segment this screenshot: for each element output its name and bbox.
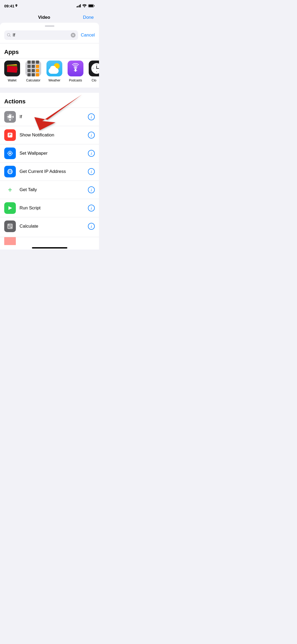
run-script-icon-svg [6,204,14,212]
location-icon [15,4,18,7]
partial-action-icon [4,237,16,245]
set-wallpaper-info-button[interactable]: i [88,150,95,157]
get-ip-info-button[interactable]: i [88,168,95,175]
show-notification-label: Show Notification [20,132,84,138]
cancel-button[interactable]: Cancel [81,33,95,38]
svg-marker-27 [8,206,12,210]
action-row-get-ip[interactable]: Get Current IP Address i [0,163,99,181]
status-time: 09:41 [4,4,18,8]
run-script-action-icon [4,202,16,214]
action-row-set-wallpaper[interactable]: Set Wallpaper i [0,144,99,163]
wallet-label: Wallet [8,79,17,82]
action-row-if[interactable]: If i [0,108,99,126]
calculate-info-button[interactable]: i [88,223,95,230]
app-item-wallet[interactable]: Wallet [4,61,20,82]
app-item-clock[interactable]: 12 6 9 3 Clo [89,61,99,82]
svg-rect-37 [11,227,12,228]
weather-label: Weather [48,79,60,82]
set-wallpaper-label: Set Wallpaper [20,151,84,156]
search-clear-button[interactable] [71,33,76,38]
action-row-calculate[interactable]: Calculate i [0,217,99,235]
top-bar: Video Done [0,12,99,23]
podcasts-label: Podcasts [69,79,82,82]
sheet-handle [0,23,99,28]
tally-action-icon: + [4,184,16,196]
weather-icon [46,61,62,76]
podcasts-svg [70,63,81,74]
svg-text:6: 6 [96,71,97,72]
apps-section-header: Apps [0,43,99,58]
status-icons [77,4,95,7]
clock-label: Clo [92,79,96,82]
if-info-button[interactable]: i [88,113,95,120]
globe-icon-svg [6,168,14,175]
time-text: 09:41 [4,4,14,8]
svg-rect-32 [11,224,12,226]
clock-icon: 12 6 9 3 [89,61,99,76]
signal-bars [77,4,81,7]
notification-action-icon [4,129,16,141]
svg-rect-6 [75,68,76,72]
app-item-calculator[interactable]: Calculator [25,61,41,82]
svg-text:9: 9 [93,67,94,69]
action-row-run-script[interactable]: Run Script i [0,199,99,217]
svg-rect-36 [9,228,10,228]
if-action-label: If [20,114,84,119]
run-script-info-button[interactable]: i [88,205,95,211]
show-notification-info-button[interactable]: i [88,132,95,139]
get-tally-label: Get Tally [20,187,84,192]
svg-rect-35 [8,228,9,228]
action-row-show-notification[interactable]: Show Notification i [0,126,99,144]
if-action-icon [4,111,16,123]
get-ip-label: Get Current IP Address [20,169,84,174]
arrow-container: If i [0,108,99,126]
svg-rect-1 [89,5,93,7]
app-item-podcasts[interactable]: Podcasts [68,61,83,82]
wifi-icon [82,4,87,7]
svg-rect-19 [9,135,10,136]
action-row-partial [0,237,99,245]
tally-plus-icon: + [8,186,12,194]
svg-point-5 [75,67,76,68]
run-script-label: Run Script [20,205,84,211]
wallet-icon [4,61,20,76]
done-button[interactable]: Done [83,15,94,20]
svg-point-15 [9,116,11,118]
search-input-wrap [4,30,78,40]
actions-section: Actions If i [0,93,99,245]
sheet-handle-bar [45,25,54,27]
svg-rect-31 [8,224,10,226]
calculator-icon [25,61,41,76]
clear-icon [72,34,74,36]
wallpaper-icon-svg [6,150,14,157]
home-indicator [0,245,99,250]
app-item-weather[interactable]: Weather [46,61,62,82]
apps-section: Apps Wallet [0,43,99,88]
gear-icon-overlay [7,113,13,120]
calculator-label: Calculator [26,79,40,82]
svg-rect-33 [8,227,9,227]
svg-text:12: 12 [96,64,97,66]
search-bar-container: Cancel [0,28,99,43]
top-bar-title: Video [38,15,50,20]
search-icon [7,33,11,37]
calculate-icon-svg [6,223,14,230]
search-input[interactable] [13,33,69,38]
battery-icon [88,4,95,7]
svg-rect-34 [9,227,10,227]
section-gap [0,88,99,93]
calculate-action-icon [4,220,16,232]
notification-icon-svg [6,131,14,139]
calculate-label: Calculate [20,224,84,229]
wallpaper-action-icon [4,148,16,159]
get-tally-info-button[interactable]: i [88,186,95,193]
home-bar [32,247,67,249]
action-row-get-tally[interactable]: + Get Tally i [0,181,99,199]
status-bar: 09:41 [0,0,99,12]
actions-section-header: Actions [0,93,99,108]
svg-rect-18 [9,134,11,135]
ip-action-icon [4,166,16,177]
podcasts-icon [68,61,83,76]
apps-row: Wallet Calcula [0,58,99,88]
